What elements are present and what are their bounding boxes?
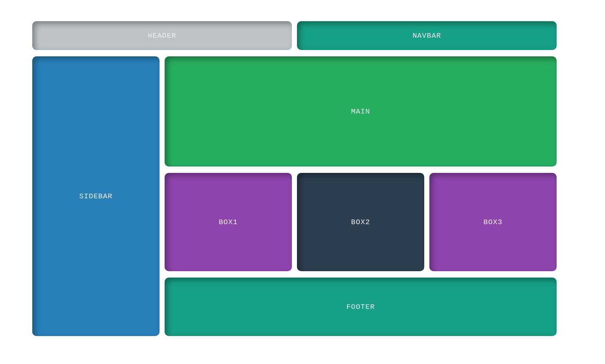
header-region: HEADER (32, 21, 292, 50)
main-region: MAIN (165, 56, 557, 167)
grid-layout-diagram: HEADER NAVBAR SIDEBAR MAIN BOX1 BOX2 BOX… (32, 21, 573, 336)
box2-region: BOX2 (297, 173, 424, 271)
navbar-region: NAVBAR (297, 21, 557, 50)
footer-region: FOOTER (165, 278, 557, 336)
sidebar-region: SIDEBAR (32, 56, 160, 336)
box3-region: BOX3 (429, 173, 557, 271)
box1-region: BOX1 (165, 173, 292, 271)
